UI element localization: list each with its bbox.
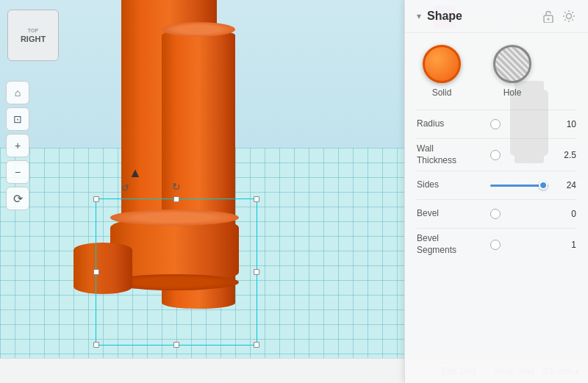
light-icon[interactable] (562, 9, 576, 24)
prop-row-radius: Radius 10 (405, 110, 588, 138)
prop-control-bevel-segments (490, 240, 559, 250)
svg-line-10 (572, 12, 573, 12)
svg-line-7 (564, 12, 565, 12)
solid-circle (423, 45, 461, 83)
prop-row-bevel-segments: BevelSegments 1 (405, 229, 588, 260)
left-toolbar: ⌂ ⊡ + − ⟳ (6, 81, 29, 210)
home-button[interactable]: ⌂ (6, 81, 29, 104)
cube-face-right[interactable]: TOP RIGHT (7, 10, 59, 61)
solid-label: Solid (432, 87, 452, 98)
svg-line-8 (572, 19, 573, 20)
svg-point-1 (548, 18, 550, 21)
panel-collapse-icon[interactable]: ▾ (417, 11, 421, 21)
prop-radio-radius[interactable] (490, 119, 501, 129)
svg-line-9 (564, 19, 565, 20)
prop-label-sides: Sides (417, 179, 490, 191)
right-panel: ▾ Shape Soli (404, 0, 588, 383)
zoom-fit-button[interactable]: ⊡ (6, 107, 29, 131)
prop-control-bevel (490, 209, 559, 219)
prop-radio-bevel-segments[interactable] (490, 240, 501, 250)
prop-control-sides (490, 185, 559, 187)
zoom-out-button[interactable]: − (6, 160, 29, 184)
prop-label-bevel: Bevel (417, 208, 490, 220)
prop-value-wall-thickness[interactable]: 2.5 (559, 150, 576, 160)
sides-slider-fill (490, 185, 543, 187)
prop-label-bevel-segments: BevelSegments (417, 233, 490, 256)
solid-type-button[interactable]: Solid (423, 45, 461, 98)
shape-types-container: Solid Hole (405, 33, 588, 110)
prop-control-wall-thickness (490, 150, 559, 160)
prop-row-wall-thickness: WallThickness 2.5 (405, 139, 588, 171)
prop-control-radius (490, 119, 559, 129)
prop-value-sides[interactable]: 24 (559, 180, 576, 190)
properties-list: Radius 10 WallThickness 2.5 Sides (405, 110, 588, 260)
prop-label-radius: Radius (417, 118, 490, 130)
prop-label-wall-thickness: WallThickness (417, 143, 490, 166)
hole-type-button[interactable]: Hole (493, 45, 531, 98)
prop-value-radius[interactable]: 10 (559, 119, 576, 129)
zoom-in-button[interactable]: + (6, 134, 29, 157)
nav-cube[interactable]: TOP RIGHT (4, 6, 66, 79)
prop-value-bevel[interactable]: 0 (559, 209, 576, 219)
cylinder-small-left (74, 243, 132, 294)
lock-icon[interactable] (541, 9, 556, 24)
prop-radio-bevel[interactable] (490, 209, 501, 219)
prop-row-bevel: Bevel 0 (405, 200, 588, 228)
prop-radio-wall-thickness[interactable] (490, 150, 501, 160)
svg-point-2 (567, 14, 572, 19)
panel-header: ▾ Shape (405, 0, 588, 33)
sides-slider[interactable] (490, 185, 549, 187)
cube-right-label: RIGHT (21, 35, 46, 43)
orbit-button[interactable]: ⟳ (6, 187, 29, 210)
cube-top-label: TOP (28, 28, 38, 33)
prop-value-bevel-segments[interactable]: 1 (559, 240, 576, 250)
hole-label: Hole (503, 87, 522, 98)
panel-title: Shape (427, 10, 535, 23)
sides-slider-thumb[interactable] (539, 181, 548, 190)
hole-circle (493, 45, 531, 83)
prop-row-sides: Sides 24 (405, 171, 588, 199)
